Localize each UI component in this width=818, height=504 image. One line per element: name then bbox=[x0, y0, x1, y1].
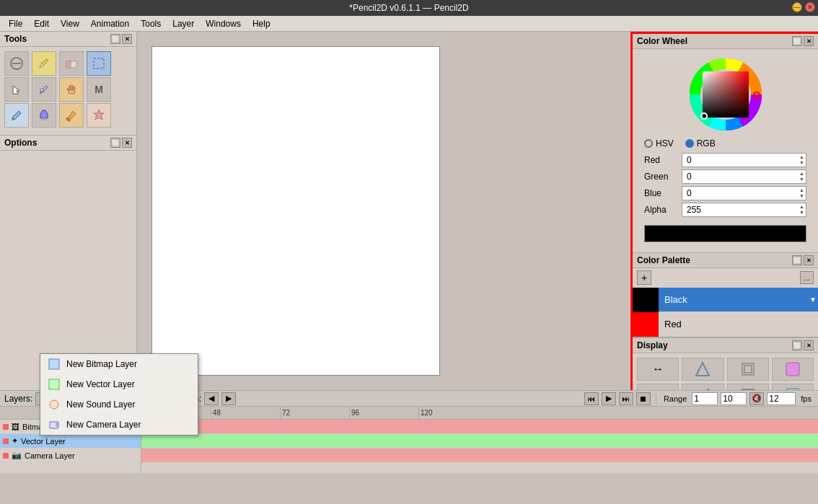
menu-animation[interactable]: Animation bbox=[85, 17, 135, 30]
smudge-tool[interactable]: M bbox=[87, 77, 111, 102]
palette-menu-button[interactable]: ... bbox=[800, 271, 814, 284]
red-up[interactable]: ▲ bbox=[799, 154, 804, 160]
tools-close-button[interactable]: ✕ bbox=[122, 34, 132, 44]
stop-button[interactable]: ⏹ bbox=[636, 392, 651, 405]
menu-layer[interactable]: Layer bbox=[167, 17, 200, 30]
ctx-new-bitmap-label: New Bitmap Layer bbox=[66, 359, 137, 369]
color-wheel-widget[interactable]: O bbox=[686, 55, 765, 134]
app-title: *Pencil2D v0.6.1.1 — Pencil2D bbox=[349, 3, 468, 13]
play-button[interactable]: ▶ bbox=[602, 392, 616, 405]
titlebar: *Pencil2D v0.6.1.1 — Pencil2D — ✕ bbox=[0, 0, 818, 16]
menu-windows[interactable]: Windows bbox=[200, 17, 247, 30]
display-btn-3[interactable] bbox=[727, 358, 769, 381]
alpha-spin-arrows[interactable]: ▲ ▼ bbox=[799, 204, 804, 216]
play-prev-button[interactable]: ⏮ bbox=[584, 392, 599, 405]
bitmap-track[interactable] bbox=[141, 420, 818, 434]
menu-view[interactable]: View bbox=[55, 17, 85, 30]
eyedropper-tool[interactable] bbox=[4, 103, 29, 128]
alpha-spinbox[interactable]: 255 ▲ ▼ bbox=[682, 203, 806, 217]
vector-track[interactable] bbox=[141, 434, 818, 448]
palette-item-black[interactable]: Black ▼ bbox=[633, 288, 818, 312]
green-up[interactable]: ▲ bbox=[799, 171, 804, 177]
menu-edit[interactable]: Edit bbox=[28, 17, 55, 30]
alpha-label: Alpha bbox=[644, 205, 679, 215]
bucket-tool[interactable] bbox=[32, 103, 56, 128]
stamp-tool[interactable] bbox=[87, 103, 111, 128]
drawing-canvas[interactable] bbox=[151, 46, 440, 376]
layer-camera[interactable]: 📷 Camera Layer bbox=[0, 448, 141, 463]
close-button[interactable]: ✕ bbox=[805, 2, 815, 12]
ctx-new-bitmap-layer[interactable]: New Bitmap Layer bbox=[40, 354, 198, 374]
vector-icon: ✦ bbox=[12, 436, 18, 446]
alpha-down[interactable]: ▼ bbox=[799, 210, 804, 216]
display-btn-8[interactable] bbox=[772, 384, 814, 390]
palette-close-button[interactable]: ✕ bbox=[804, 255, 814, 265]
eraser-tool[interactable] bbox=[59, 51, 84, 76]
green-down[interactable]: ▼ bbox=[799, 177, 804, 182]
mute-button[interactable]: 🔇 bbox=[749, 392, 764, 405]
display-btn-4[interactable] bbox=[772, 358, 814, 381]
flip-h-button[interactable]: ↔ bbox=[637, 358, 679, 381]
green-spinbox[interactable]: 0 ▲ ▼ bbox=[682, 169, 806, 184]
blue-spin-arrows[interactable]: ▲ ▼ bbox=[799, 187, 804, 199]
clear-tool[interactable] bbox=[4, 51, 29, 76]
ctx-new-camera-layer[interactable]: New Camera Layer bbox=[40, 415, 198, 435]
blue-label: Blue bbox=[644, 188, 679, 198]
rgb-radio[interactable]: RGB bbox=[685, 138, 716, 149]
blue-up[interactable]: ▲ bbox=[799, 187, 804, 193]
play-next-button[interactable]: ⏭ bbox=[619, 392, 633, 405]
hand-tool[interactable] bbox=[59, 77, 84, 102]
alpha-up[interactable]: ▲ bbox=[799, 204, 804, 210]
rotate-button[interactable] bbox=[682, 384, 724, 390]
titlebar-controls: — ✕ bbox=[792, 2, 815, 12]
display-btn-7[interactable] bbox=[727, 384, 769, 390]
palette-swatch-red bbox=[633, 312, 659, 337]
select-tool[interactable] bbox=[87, 51, 111, 76]
palette-item-red[interactable]: Red bbox=[633, 312, 818, 337]
ctx-new-vector-layer[interactable]: New Vector Layer bbox=[40, 374, 198, 394]
ctx-new-vector-label: New Vector Layer bbox=[66, 379, 135, 389]
hsv-radio[interactable]: HSV bbox=[644, 138, 674, 149]
canvas-area[interactable] bbox=[137, 32, 630, 390]
range-start-spinbox[interactable]: 1 bbox=[692, 392, 718, 405]
palette-add-button[interactable]: + bbox=[637, 270, 651, 285]
blue-spinbox[interactable]: 0 ▲ ▼ bbox=[682, 186, 806, 200]
svg-rect-15 bbox=[786, 363, 799, 376]
range-end-spinbox[interactable]: 10 bbox=[721, 392, 747, 405]
range-start-value: 1 bbox=[694, 394, 699, 404]
layer-vector[interactable]: ✦ Vector Layer bbox=[0, 434, 141, 448]
ctx-new-sound-layer[interactable]: New Sound Layer bbox=[40, 394, 198, 415]
palette-float-button[interactable]: ⬜ bbox=[792, 255, 802, 265]
color-wheel-float-button[interactable]: ⬜ bbox=[792, 36, 802, 46]
menu-tools[interactable]: Tools bbox=[135, 17, 167, 30]
flip-v-button[interactable]: ↕ bbox=[637, 384, 679, 390]
red-spinbox[interactable]: 0 ▲ ▼ bbox=[682, 153, 806, 167]
options-float-button[interactable]: ⬜ bbox=[110, 138, 120, 148]
palette-name-red: Red bbox=[659, 319, 682, 330]
fps-spinbox[interactable]: 12 bbox=[767, 392, 796, 405]
green-spin-arrows[interactable]: ▲ ▼ bbox=[799, 171, 804, 182]
pointer-tool[interactable] bbox=[4, 77, 29, 102]
blue-down[interactable]: ▼ bbox=[799, 193, 804, 199]
red-spin-arrows[interactable]: ▲ ▼ bbox=[799, 154, 804, 166]
minimize-button[interactable]: — bbox=[792, 2, 802, 12]
pencil-tool[interactable] bbox=[32, 51, 56, 76]
display-btn-2[interactable] bbox=[682, 358, 724, 381]
tools-float-button[interactable]: ⬜ bbox=[110, 34, 120, 44]
menu-help[interactable]: Help bbox=[247, 17, 276, 30]
menu-file[interactable]: File bbox=[3, 17, 28, 30]
red-down[interactable]: ▼ bbox=[799, 160, 804, 166]
hsv-label: HSV bbox=[656, 138, 674, 149]
fill-tool[interactable] bbox=[59, 103, 84, 128]
color-wheel-close-button[interactable]: ✕ bbox=[804, 36, 814, 46]
vector-layer-icon bbox=[48, 378, 61, 391]
color-mode-radio-row: HSV RGB bbox=[638, 138, 812, 149]
onion-next-button[interactable]: ▶ bbox=[221, 392, 236, 405]
display-close-button[interactable]: ✕ bbox=[804, 340, 814, 350]
camera-track[interactable] bbox=[141, 448, 818, 463]
pen-tool[interactable] bbox=[32, 77, 56, 102]
onion-prev-button[interactable]: ◀ bbox=[204, 392, 219, 405]
options-close-button[interactable]: ✕ bbox=[122, 138, 132, 148]
alpha-input-row: Alpha 255 ▲ ▼ bbox=[644, 203, 806, 217]
display-float-button[interactable]: ⬜ bbox=[792, 340, 802, 350]
